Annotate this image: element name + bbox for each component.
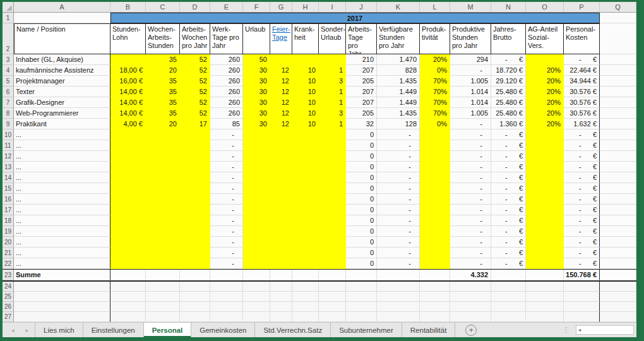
cell-F10[interactable] xyxy=(243,129,270,140)
cell-D5[interactable]: 52 xyxy=(180,76,210,87)
cell-B22[interactable] xyxy=(110,258,146,269)
cell-F15[interactable] xyxy=(243,183,270,194)
cell-A24[interactable] xyxy=(14,282,110,292)
cell-M17[interactable]: - xyxy=(450,205,491,215)
cell-O6[interactable]: 20% xyxy=(526,87,564,97)
cell-L9[interactable]: 0% xyxy=(420,119,450,129)
cell-N6[interactable]: 25.480 € xyxy=(491,87,526,97)
cell-L21[interactable] xyxy=(420,248,450,258)
cell-H9[interactable]: 10 xyxy=(292,119,319,129)
cell-J13[interactable]: 0 xyxy=(346,162,377,172)
cell-B25[interactable] xyxy=(110,292,146,302)
column-header-A[interactable]: A xyxy=(14,2,110,13)
cell-J10[interactable]: 0 xyxy=(346,129,377,140)
cell-D26[interactable] xyxy=(180,302,210,312)
cell-K16[interactable]: - xyxy=(377,194,420,205)
cell-B11[interactable] xyxy=(110,140,146,151)
cell-F9[interactable]: 30 xyxy=(243,119,270,129)
cell-D7[interactable]: 52 xyxy=(180,97,210,108)
cell-O13[interactable] xyxy=(526,162,564,172)
cell-L10[interactable] xyxy=(420,129,450,140)
prev-sheet-arrow-icon[interactable]: ◂ xyxy=(11,327,15,333)
cell-E20[interactable]: - xyxy=(210,237,243,248)
cell-O3[interactable] xyxy=(526,54,564,65)
cell-F13[interactable] xyxy=(243,162,270,172)
cell-D23[interactable] xyxy=(180,270,210,280)
row-header-19[interactable]: 19 xyxy=(3,226,14,237)
row-header-4[interactable]: 4 xyxy=(3,65,14,76)
cell-N4[interactable]: 18.720 € xyxy=(491,65,526,76)
cell-J19[interactable]: 0 xyxy=(346,226,377,237)
cell-E7[interactable]: 260 xyxy=(210,97,243,108)
cell-L26[interactable] xyxy=(420,302,450,312)
cell-K4[interactable]: 828 xyxy=(377,65,420,76)
cell-A17[interactable]: ... xyxy=(14,205,110,215)
row-header-11[interactable]: 11 xyxy=(3,140,14,151)
cell-O22[interactable] xyxy=(526,258,564,269)
cell-C5[interactable]: 35 xyxy=(146,76,180,87)
cell-C13[interactable] xyxy=(146,162,180,172)
cell-H26[interactable] xyxy=(292,302,319,312)
cell-H11[interactable] xyxy=(292,140,319,151)
cell-D8[interactable]: 52 xyxy=(180,108,210,119)
cell-D19[interactable] xyxy=(180,226,210,237)
cell-J25[interactable] xyxy=(346,292,377,302)
cell-C8[interactable]: 35 xyxy=(146,108,180,119)
cell-F17[interactable] xyxy=(243,205,270,215)
column-header-J[interactable]: J xyxy=(346,2,377,13)
cell-L17[interactable] xyxy=(420,205,450,215)
cell-H19[interactable] xyxy=(292,226,319,237)
sheet-tab-std-verrechn-satz[interactable]: Std.Verrechn.Satz xyxy=(255,323,331,337)
cell-D22[interactable] xyxy=(180,258,210,269)
sheet-tab-rentabilit-t[interactable]: Rentabilität xyxy=(402,323,456,337)
cell-P20[interactable]: - € xyxy=(564,237,600,248)
cell-I24[interactable] xyxy=(319,282,346,292)
cell-G5[interactable]: 12 xyxy=(270,76,292,87)
cell-G8[interactable]: 12 xyxy=(270,108,292,119)
cell-B4[interactable]: 18,00 € xyxy=(110,65,146,76)
add-sheet-button[interactable]: + xyxy=(465,325,477,336)
sheet-tab-personal[interactable]: Personal xyxy=(144,323,192,337)
cell-G27[interactable] xyxy=(270,312,292,322)
cell-I16[interactable] xyxy=(319,194,346,205)
cell-I4[interactable]: 1 xyxy=(319,65,346,76)
row-header-6[interactable]: 6 xyxy=(3,87,14,97)
cell-D9[interactable]: 17 xyxy=(180,119,210,129)
cell-M4[interactable]: - xyxy=(450,65,491,76)
cell-N7[interactable]: 25.480 € xyxy=(491,97,526,108)
cell-G3[interactable] xyxy=(270,54,292,65)
cell-G26[interactable] xyxy=(270,302,292,312)
cell-I18[interactable] xyxy=(319,215,346,226)
cell-C16[interactable] xyxy=(146,194,180,205)
cell-M13[interactable]: - xyxy=(450,162,491,172)
cell-L27[interactable] xyxy=(420,312,450,322)
cell-Q22[interactable] xyxy=(600,258,636,269)
cell-F22[interactable] xyxy=(243,258,270,269)
cell-Q9[interactable] xyxy=(600,119,636,129)
cell-E5[interactable]: 260 xyxy=(210,76,243,87)
cell-L6[interactable]: 70% xyxy=(420,87,450,97)
cell-A5[interactable]: Projektmanager xyxy=(14,76,110,87)
cell-F6[interactable]: 30 xyxy=(243,87,270,97)
cell-C11[interactable] xyxy=(146,140,180,151)
cell-G10[interactable] xyxy=(270,129,292,140)
cell-G15[interactable] xyxy=(270,183,292,194)
cell-A26[interactable] xyxy=(14,302,110,312)
column-header-F[interactable]: F xyxy=(243,2,270,13)
cell-Q24[interactable] xyxy=(600,282,636,292)
cell-B12[interactable] xyxy=(110,151,146,162)
cell-E15[interactable]: - xyxy=(210,183,243,194)
cell-A7[interactable]: Grafik-Designer xyxy=(14,97,110,108)
cell-M18[interactable]: - xyxy=(450,215,491,226)
cell-O25[interactable] xyxy=(526,292,564,302)
cell-A16[interactable]: ... xyxy=(14,194,110,205)
cell-D15[interactable] xyxy=(180,183,210,194)
cell-C26[interactable] xyxy=(146,302,180,312)
cell-N3[interactable]: - € xyxy=(491,54,526,65)
cell-G11[interactable] xyxy=(270,140,292,151)
cell-O8[interactable]: 20% xyxy=(526,108,564,119)
cell-A11[interactable]: ... xyxy=(14,140,110,151)
cell-I5[interactable]: 3 xyxy=(319,76,346,87)
cell-A10[interactable]: ... xyxy=(14,129,110,140)
cell-G4[interactable]: 12 xyxy=(270,65,292,76)
